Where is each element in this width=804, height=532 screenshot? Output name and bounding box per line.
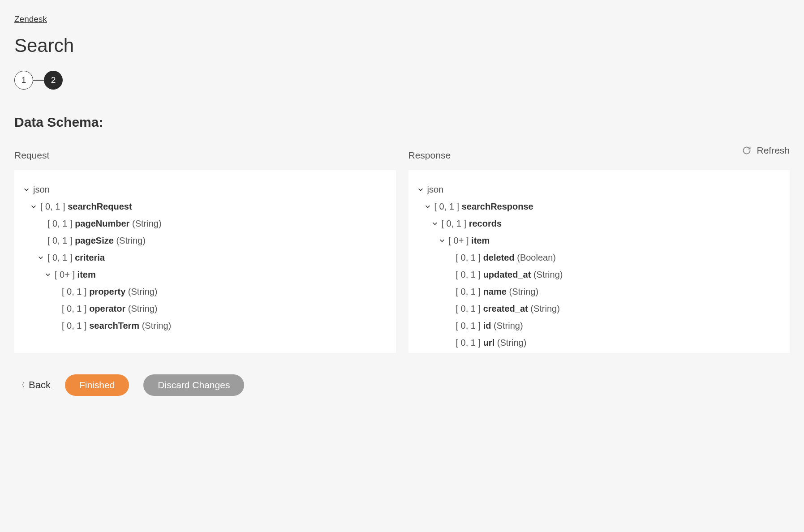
cardinality: [ 0, 1 ] [456,284,481,299]
back-label: Back [29,379,51,391]
request-label: Request [14,150,49,161]
tree-row[interactable]: [ 0, 1 ] name (String) [417,283,782,300]
refresh-button[interactable]: Refresh [742,145,790,156]
cardinality: [ 0, 1 ] [62,318,87,333]
field-name: updated_at [483,267,531,282]
chevron-down-icon[interactable] [22,185,30,193]
field-name: searchResponse [462,199,533,214]
chevron-down-icon[interactable] [424,202,432,210]
chevron-down-icon[interactable] [30,202,38,210]
schema-container: Request json [ 0, 1 ] searchRequest [ 0,… [14,149,790,353]
field-name: created_at [483,301,528,316]
chevron-down-icon[interactable] [37,253,45,262]
field-type: (String) [533,267,563,282]
tree-row[interactable]: [ 0, 1 ] deleted (Boolean) [417,249,782,266]
cardinality: [ 0, 1 ] [47,216,73,231]
tree-row[interactable]: [ 0, 1 ] operator (String) [22,300,388,317]
field-name: property [89,284,125,299]
finished-button[interactable]: Finished [65,374,129,396]
chevron-down-icon[interactable] [44,270,52,279]
tree-row[interactable]: [ 0, 1 ] property (String) [22,283,388,300]
footer-actions: 〈 Back Finished Discard Changes [14,374,790,396]
field-name: nextPage [469,352,509,353]
cardinality: [ 0, 1 ] [434,199,460,214]
refresh-label: Refresh [757,145,790,156]
response-column: Response Refresh json [ 0, 1 ] [408,149,790,353]
field-name: url [483,335,495,350]
cardinality: [ 0, 1 ] [62,284,87,299]
field-type: (String) [530,301,560,316]
tree-row[interactable]: [ 0, 1 ] pageNumber (String) [22,215,388,232]
field-type: (String) [128,301,158,316]
field-type: (String) [116,233,146,248]
cardinality: [ 0, 1 ] [456,318,481,333]
cardinality: [ 0, 1 ] [47,250,73,265]
tree-row[interactable]: [ 0+ ] item [417,232,782,249]
cardinality: [ 0, 1 ] [40,199,65,214]
cardinality: [ 0, 1 ] [442,216,467,231]
breadcrumb-link[interactable]: Zendesk [14,14,47,24]
field-name: deleted [483,250,515,265]
response-label: Response [408,150,451,161]
request-column: Request json [ 0, 1 ] searchRequest [ 0,… [14,149,396,353]
tree-row[interactable]: [ 0, 1 ] nextPage (String) [417,351,782,353]
tree-root-label: json [33,182,50,197]
field-type: (String) [142,318,172,333]
field-name: searchRequest [68,199,132,214]
field-type: (String) [511,352,541,353]
tree-row[interactable]: [ 0, 1 ] records [417,215,782,232]
tree-row[interactable]: [ 0, 1 ] searchResponse [417,198,782,215]
field-name: records [469,216,502,231]
step-1[interactable]: 1 [14,71,33,90]
field-name: pageNumber [75,216,129,231]
discard-button[interactable]: Discard Changes [143,374,244,396]
field-type: (Boolean) [517,250,556,265]
cardinality: [ 0, 1 ] [62,301,87,316]
tree-row[interactable]: [ 0+ ] item [22,266,388,283]
chevron-down-icon[interactable] [431,219,439,227]
refresh-icon [742,146,751,155]
tree-row[interactable]: [ 0, 1 ] searchTerm (String) [22,317,388,334]
tree-row[interactable]: [ 0, 1 ] url (String) [417,334,782,351]
field-name: id [483,318,491,333]
cardinality: [ 0+ ] [449,233,469,248]
cardinality: [ 0+ ] [55,267,75,282]
cardinality: [ 0, 1 ] [442,352,467,353]
field-name: item [471,233,490,248]
field-type: (String) [494,318,523,333]
step-2[interactable]: 2 [44,71,63,90]
chevron-down-icon[interactable] [417,185,425,193]
cardinality: [ 0, 1 ] [456,301,481,316]
tree-row[interactable]: [ 0, 1 ] searchRequest [22,198,388,215]
tree-row[interactable]: [ 0, 1 ] pageSize (String) [22,232,388,249]
tree-row[interactable]: [ 0, 1 ] created_at (String) [417,300,782,317]
field-name: operator [89,301,125,316]
tree-row[interactable]: [ 0, 1 ] id (String) [417,317,782,334]
field-type: (String) [497,335,527,350]
cardinality: [ 0, 1 ] [456,267,481,282]
field-name: searchTerm [89,318,139,333]
tree-row[interactable]: [ 0, 1 ] criteria [22,249,388,266]
field-name: pageSize [75,233,114,248]
page-title: Search [14,35,790,56]
tree-row[interactable]: [ 0, 1 ] updated_at (String) [417,266,782,283]
cardinality: [ 0, 1 ] [456,335,481,350]
back-button[interactable]: 〈 Back [18,379,51,391]
field-type: (String) [509,284,538,299]
tree-row[interactable]: json [22,181,388,198]
chevron-left-icon: 〈 [18,381,25,390]
response-panel: json [ 0, 1 ] searchResponse [ 0, 1 ] re… [408,170,790,353]
tree-row[interactable]: json [417,181,782,198]
request-panel: json [ 0, 1 ] searchRequest [ 0, 1 ] pag… [14,170,396,353]
field-name: criteria [75,250,105,265]
step-connector [33,80,44,81]
field-name: name [483,284,507,299]
cardinality: [ 0, 1 ] [47,233,73,248]
tree-root-label: json [427,182,444,197]
cardinality: [ 0, 1 ] [456,250,481,265]
section-title: Data Schema: [14,115,790,130]
field-name: item [77,267,96,282]
field-type: (String) [128,284,158,299]
stepper: 1 2 [14,71,790,90]
chevron-down-icon[interactable] [438,236,446,245]
